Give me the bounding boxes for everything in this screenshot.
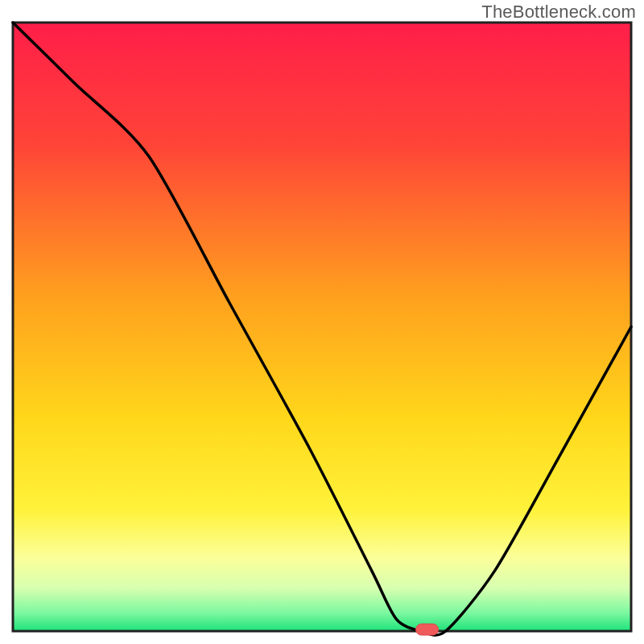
chart-container: TheBottleneck.com (0, 0, 644, 644)
bottleneck-chart (0, 0, 644, 644)
plot-background (13, 23, 631, 631)
optimal-marker (416, 624, 439, 635)
